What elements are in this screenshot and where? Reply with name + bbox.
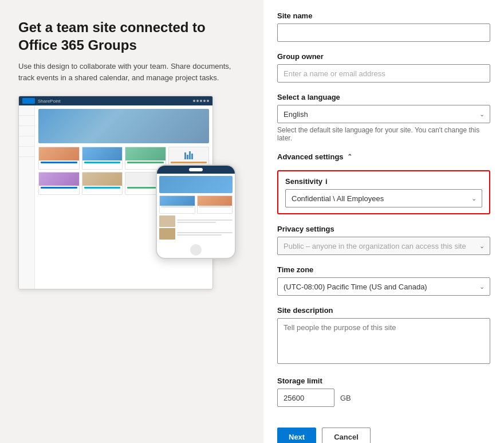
site-description-group: Site description: [277, 306, 490, 366]
chart-bar-1: [184, 152, 186, 159]
time-zone-select[interactable]: (UTC-08:00) Pacific Time (US and Canada): [277, 277, 490, 296]
mobile-rows: [159, 215, 233, 240]
site-description-textarea[interactable]: [277, 318, 490, 364]
storage-limit-input[interactable]: [277, 389, 334, 407]
mobile-home-button: [190, 244, 202, 256]
advanced-settings-toggle[interactable]: Advanced settings ⌃: [277, 152, 490, 161]
page-title: Get a team site connected to Office 365 …: [18, 18, 245, 54]
mobile-card-1: [159, 195, 195, 214]
dot2: [196, 100, 199, 102]
language-select[interactable]: English: [277, 105, 490, 123]
mobile-card-1-img: [160, 196, 195, 206]
office365-logo: [22, 98, 35, 104]
privacy-select-wrapper: Public – anyone in the organization can …: [277, 237, 490, 255]
mobile-row-2-img: [159, 228, 175, 240]
card-5-bar: [41, 187, 77, 189]
topbar-dots: [193, 100, 209, 102]
site-name-label: Site name: [277, 11, 490, 20]
sensitivity-select[interactable]: Confidential \ All Employees: [285, 189, 482, 207]
card-6-bar: [84, 187, 121, 189]
mobile-mockup: [156, 164, 236, 259]
hero-image: [38, 109, 209, 143]
storage-unit-label: GB: [340, 394, 351, 402]
privacy-settings-label: Privacy settings: [277, 225, 490, 233]
mobile-row-1-lines: [177, 215, 233, 227]
sensitivity-box: Sensitivity i Confidential \ All Employe…: [277, 170, 490, 214]
mobile-row-2-lines: [177, 228, 233, 240]
sensitivity-label: Sensitivity i: [285, 177, 482, 186]
storage-row: GB: [277, 389, 490, 407]
card-2: [82, 147, 123, 170]
card-6-img: [82, 173, 123, 186]
dot4: [203, 100, 206, 102]
preview-container: SharePoint: [18, 96, 245, 439]
site-name-group: Site name: [277, 11, 490, 42]
chart-bar-2: [187, 155, 188, 159]
mobile-card-2-img: [198, 196, 233, 206]
language-select-wrapper: English ⌄: [277, 105, 490, 123]
time-zone-group: Time zone (UTC-08:00) Pacific Time (US a…: [277, 265, 490, 296]
privacy-select[interactable]: Public – anyone in the organization can …: [277, 237, 490, 255]
card-5-img: [39, 173, 79, 186]
left-panel: Get a team site connected to Office 365 …: [0, 0, 263, 443]
right-panel: Site name Group owner Select a language …: [263, 0, 504, 443]
storage-limit-group: Storage limit GB: [277, 377, 490, 407]
advanced-settings-caret-icon: ⌃: [347, 153, 352, 160]
mobile-card-2-bar: [199, 206, 231, 207]
card-1-bar: [41, 162, 77, 163]
group-owner-input[interactable]: [277, 64, 490, 83]
sensitivity-select-wrapper: Confidential \ All Employees ⌄: [285, 189, 482, 207]
privacy-settings-group: Privacy settings Public – anyone in the …: [277, 225, 490, 255]
time-zone-select-wrapper: (UTC-08:00) Pacific Time (US and Canada)…: [277, 277, 490, 296]
dot5: [207, 100, 209, 102]
chart-bar-3: [189, 151, 191, 159]
sensitivity-text: Sensitivity: [285, 177, 322, 186]
site-name-input[interactable]: [277, 23, 490, 42]
mobile-card-1-bar: [161, 206, 194, 207]
mobile-card-2: [197, 195, 233, 214]
line-1a: [177, 219, 233, 221]
card-6: [82, 172, 123, 195]
mobile-grid: [159, 195, 233, 214]
button-row: Next Cancel: [277, 421, 490, 443]
time-zone-label: Time zone: [277, 265, 490, 274]
chart-bar-4: [191, 154, 193, 159]
line-2b: [177, 234, 222, 236]
card-3-img: [125, 147, 166, 160]
mobile-row-1-img: [159, 215, 175, 227]
sharepoint-label: SharePoint: [38, 99, 61, 104]
card-1-img: [39, 147, 79, 160]
desktop-topbar: SharePoint: [19, 96, 212, 105]
language-group: Select a language English ⌄ Select the d…: [277, 93, 490, 142]
mobile-hero: [159, 176, 233, 193]
language-hint: Select the default site language for you…: [277, 126, 490, 142]
card-4-img: [169, 147, 209, 160]
group-owner-label: Group owner: [277, 52, 490, 61]
card-2-bar: [84, 162, 121, 163]
mobile-topbar: [157, 166, 235, 174]
card-4-bar: [171, 162, 207, 163]
sensitivity-info-icon[interactable]: i: [325, 177, 328, 186]
site-description-label: Site description: [277, 306, 490, 315]
group-owner-group: Group owner: [277, 52, 490, 83]
advanced-settings-label: Advanced settings: [277, 152, 344, 161]
card-5: [38, 172, 80, 195]
dot1: [193, 100, 195, 102]
dot3: [200, 100, 202, 102]
mobile-content: [157, 174, 235, 242]
card-2-img: [82, 147, 123, 160]
language-label: Select a language: [277, 93, 490, 101]
desktop-nav: [19, 105, 35, 289]
mobile-row-1: [159, 215, 233, 227]
page-description: Use this design to collaborate with your…: [18, 61, 245, 83]
line-1b: [177, 222, 216, 223]
cancel-button[interactable]: Cancel: [322, 428, 371, 443]
storage-limit-label: Storage limit: [277, 377, 490, 385]
card-3-bar: [127, 162, 164, 163]
desktop-hero: [38, 109, 209, 143]
mobile-notch: [189, 168, 203, 171]
next-button[interactable]: Next: [277, 428, 316, 443]
line-2a: [177, 232, 233, 233]
mobile-row-2: [159, 228, 233, 240]
card-1: [38, 147, 80, 170]
